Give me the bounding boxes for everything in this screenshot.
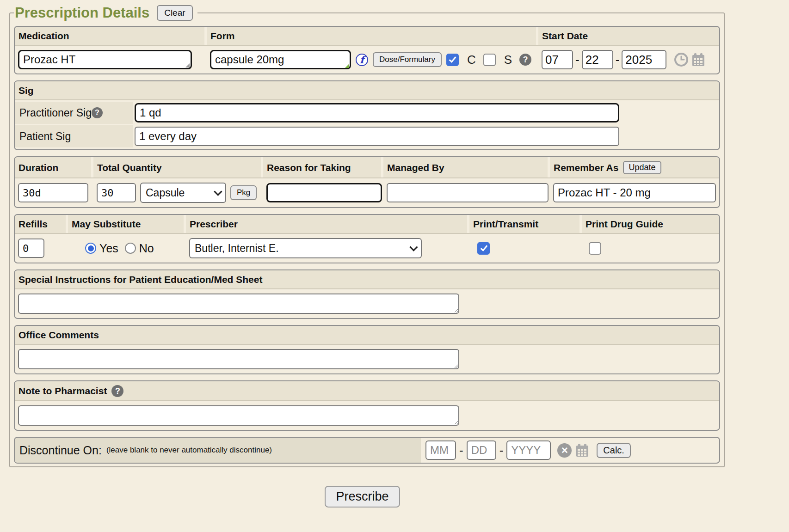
unit-select[interactable]: Capsule [140,183,226,203]
dose-formulary-button[interactable]: Dose/Formulary [373,52,442,67]
office-comments-textarea[interactable] [18,349,459,369]
clock-icon[interactable] [674,52,689,67]
chevron-down-icon [214,187,222,196]
total-quantity-input[interactable] [97,183,136,202]
radio-dot-icon [88,245,94,251]
practitioner-sig-input[interactable] [135,103,619,122]
form-input[interactable] [210,50,351,69]
formulary-icon[interactable]: f [356,54,368,66]
substitute-yes-label: Yes [99,242,118,255]
remember-as-input[interactable] [553,183,716,202]
start-day-input[interactable] [582,50,613,69]
calc-button[interactable]: Calc. [597,443,631,458]
calendar-icon[interactable] [690,52,706,67]
note-to-pharmacist-header-text: Note to Pharmacist [18,385,107,397]
office-comments-section: Office Comments [14,325,720,374]
start-month-input[interactable] [542,50,573,69]
office-comments-header: Office Comments [15,326,719,344]
date-separator: - [575,53,579,67]
medication-section: Medication Form Start Date f [14,26,720,74]
patient-sig-input[interactable] [135,127,619,146]
note-to-pharmacist-textarea[interactable] [18,405,459,426]
help-icon[interactable]: ? [92,107,103,118]
reason-for-taking-label: Reason for Taking [263,157,381,177]
discontinue-hint: (leave blank to never automatically disc… [106,446,272,455]
discontinue-month-input[interactable] [425,440,456,460]
refills-label: Refills [15,215,66,233]
medication-section-header: Medication Form Start Date [15,27,719,46]
resize-grip-icon[interactable] [185,63,190,67]
page-title: Prescription Details [15,5,149,21]
may-substitute-label: May Substitute [68,215,184,233]
patient-sig-label: Patient Sig [15,125,133,147]
c-checkbox[interactable] [446,54,459,66]
help-icon[interactable]: ? [519,54,531,66]
practitioner-sig-row: Practitioner Sig? [15,102,719,124]
prescription-details-fieldset: Prescription Details Clear Medication Fo… [9,5,725,467]
discontinue-fields: - - ✕ Ca [425,438,631,463]
special-instructions-header: Special Instructions for Patient Educati… [15,270,719,288]
prescription-details-panel: Prescription Details Clear Medication Fo… [9,5,715,508]
discontinue-day-input[interactable] [467,440,496,460]
refills-section-fields: Yes No Butler, Internist E. [15,234,719,263]
date-separator: - [616,53,620,67]
prescriber-select[interactable]: Butler, Internist E. [189,238,422,258]
pkg-button[interactable]: Pkg [230,185,257,200]
s-checkbox[interactable] [483,54,496,66]
medication-input[interactable] [18,50,192,69]
reason-for-taking-input[interactable] [266,183,382,202]
sig-header: Sig [15,81,719,99]
print-drug-guide-label: Print Drug Guide [582,215,719,233]
discontinue-label: Discontinue On: [19,444,102,457]
print-transmit-label: Print/Transmit [469,215,579,233]
s-checkbox-label: S [504,53,512,67]
chevron-down-icon [409,243,418,251]
clear-button[interactable]: Clear [157,5,192,21]
date-separator: - [459,443,463,458]
substitute-no-label: No [139,242,154,255]
note-to-pharmacist-section: Note to Pharmacist ? [14,380,720,431]
clear-date-icon[interactable]: ✕ [557,443,572,458]
special-instructions-textarea[interactable] [18,294,459,314]
note-to-pharmacist-header: Note to Pharmacist ? [15,381,719,400]
prescribe-button[interactable]: Prescribe [325,486,400,508]
practitioner-sig-label-text: Practitioner Sig [19,107,92,119]
discontinue-section: Discontinue On: (leave blank to never au… [14,437,720,464]
resize-grip-icon[interactable] [345,64,349,68]
substitute-yes-radio[interactable] [85,243,96,254]
medication-label: Medication [15,27,204,45]
duration-input[interactable] [18,183,88,202]
date-separator: - [499,443,504,458]
c-checkbox-label: C [467,53,476,67]
calendar-icon[interactable] [574,442,590,458]
start-year-input[interactable] [622,50,666,69]
discontinue-year-input[interactable] [506,440,551,460]
print-transmit-checkbox[interactable] [477,242,490,255]
start-date-label: Start Date [538,27,719,45]
prescriber-select-value: Butler, Internist E. [195,242,279,255]
form-label: Form [207,27,536,45]
refills-input[interactable] [18,238,44,258]
print-drug-guide-checkbox[interactable] [589,242,601,255]
remember-as-label-text: Remember As [554,162,618,173]
update-button[interactable]: Update [623,161,661,174]
quantity-section: Duration Total Quantity Reason for Takin… [14,156,720,208]
patient-sig-row: Patient Sig [15,125,719,147]
check-icon [480,244,487,251]
total-quantity-label: Total Quantity [93,157,261,177]
prescriber-label: Prescriber [186,215,467,233]
medication-section-fields: f Dose/Formulary C S ? - - [15,46,719,73]
help-icon[interactable]: ? [111,385,123,397]
check-icon [449,55,456,63]
managed-by-label: Managed By [383,157,548,177]
quantity-section-fields: Capsule Pkg [15,178,719,207]
refills-section: Refills May Substitute Prescriber Print/… [14,214,720,263]
remember-as-label: Remember As Update [550,157,719,177]
substitute-no-radio[interactable] [125,243,136,254]
duration-label: Duration [15,157,91,177]
special-instructions-section: Special Instructions for Patient Educati… [14,269,720,319]
managed-by-input[interactable] [387,183,549,202]
fieldset-legend: Prescription Details Clear [14,5,197,21]
practitioner-sig-label: Practitioner Sig? [15,102,133,124]
discontinue-label-cell: Discontinue On: (leave blank to never au… [15,438,421,463]
